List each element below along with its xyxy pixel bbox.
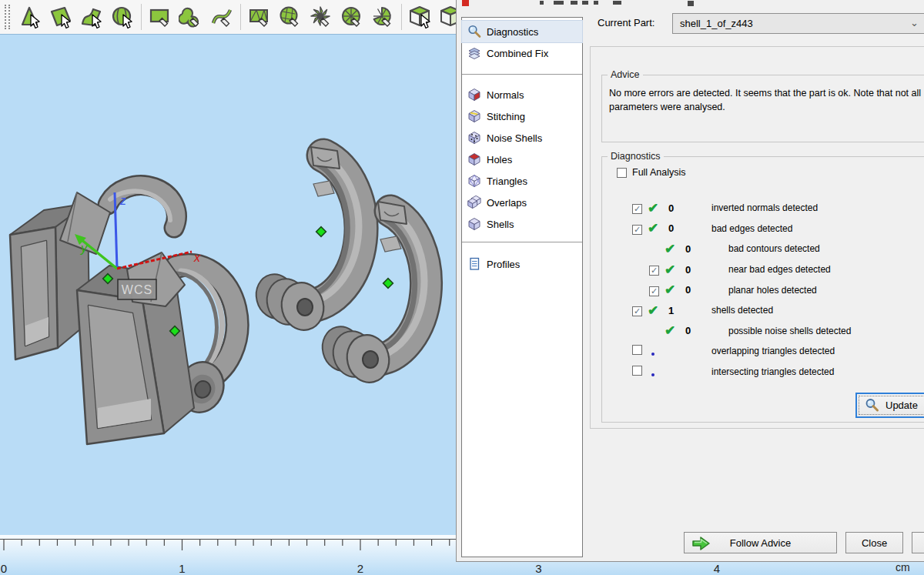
part-marker xyxy=(316,227,326,237)
diagnostic-label: planar holes detected xyxy=(728,285,817,296)
current-part-value: shell_1_of_z443 xyxy=(680,18,753,29)
clipped-button[interactable] xyxy=(912,532,924,553)
mark-window-tool-icon[interactable] xyxy=(145,2,176,32)
fix-page-item-noise-shells[interactable]: Noise Shells xyxy=(462,127,582,149)
advice-group-title: Advice xyxy=(608,69,643,80)
list-separator xyxy=(462,242,582,242)
follow-advice-label: Follow Advice xyxy=(730,537,791,549)
fix-page-item-stitching[interactable]: Stitching xyxy=(462,105,582,127)
fix-pages-list: DiagnosticsCombined FixNormalsStitchingN… xyxy=(461,17,583,557)
full-analysis-label: Full Analysis xyxy=(632,167,685,178)
mark-curve-tool-icon[interactable] xyxy=(206,2,237,32)
x-axis-label: x xyxy=(193,251,201,264)
follow-advice-button[interactable]: Follow Advice xyxy=(684,532,837,553)
ruler-label: 1 xyxy=(179,562,185,575)
magnifier-icon xyxy=(865,398,879,413)
select-surface-tool-icon[interactable] xyxy=(76,2,107,32)
diagnostics-results: ✓✔0inverted normals detected✓✔0bad edges… xyxy=(632,198,924,382)
ruler-label: 4 xyxy=(714,562,720,575)
fix-page-item-triangles[interactable]: Triangles xyxy=(462,170,582,192)
full-analysis-checkbox[interactable] xyxy=(617,168,627,178)
check-icon: ✔ xyxy=(665,242,685,256)
diagnostic-row: intersecting triangles detected xyxy=(632,362,924,383)
fix-page-item-overlaps[interactable]: Overlaps xyxy=(462,192,582,213)
diagnostic-row: ✓✔0inverted normals detected xyxy=(632,198,924,219)
select-triangles-tool-icon[interactable] xyxy=(15,2,45,32)
current-part-dropdown[interactable]: shell_1_of_z443 ⌄ xyxy=(672,13,924,34)
model-part-clip-front[interactable] xyxy=(77,252,237,444)
select-cube-tool-icon[interactable] xyxy=(405,2,436,32)
diagnostic-label: bad contours detected xyxy=(728,243,820,254)
diagnostic-checkbox[interactable]: ✓ xyxy=(632,204,642,214)
bullet-icon xyxy=(648,366,668,379)
diagnostic-checkbox[interactable] xyxy=(632,366,642,376)
select-plane-tool-icon[interactable] xyxy=(45,2,76,32)
mark-freeform-tool-icon[interactable] xyxy=(176,2,206,32)
diagnostic-row: ✓✔1shells detected xyxy=(632,300,924,321)
diagnostic-row: ✓✔0planar holes detected xyxy=(649,279,924,300)
dialog-app-icon-fragment xyxy=(462,0,469,6)
toolbar-grip[interactable] xyxy=(5,5,10,29)
close-button[interactable]: Close xyxy=(845,532,903,553)
current-part-label: Current Part: xyxy=(598,17,654,28)
mark-sphere-tool-icon[interactable] xyxy=(275,2,306,32)
dialog-title-strip-clipped[interactable] xyxy=(457,0,924,7)
diagnostic-checkbox[interactable]: ✓ xyxy=(632,306,642,316)
check-icon: ✔ xyxy=(648,304,668,317)
green-arrow-icon xyxy=(691,535,711,552)
advice-text: No more errors are detected. It seems th… xyxy=(602,75,924,114)
check-icon: ✔ xyxy=(648,222,668,235)
check-icon: ✔ xyxy=(665,324,685,337)
full-analysis-row: Full Analysis xyxy=(617,167,685,178)
diagnostic-row: ✓✔0bad edges detected xyxy=(632,219,924,239)
diagnostic-row: overlapping triangles detected xyxy=(632,341,924,362)
advice-groupbox: Advice No more errors are detected. It s… xyxy=(601,75,924,142)
diagnostic-checkbox[interactable]: ✓ xyxy=(632,225,642,235)
bullet-icon xyxy=(648,345,668,358)
fix-page-item-normals[interactable]: Normals xyxy=(462,84,582,105)
fix-page-item-holes[interactable]: Holes xyxy=(462,149,582,170)
mark-wheel-tool-icon[interactable] xyxy=(336,2,367,32)
diagnostic-label: intersecting triangles detected xyxy=(711,366,834,377)
model-part-crescent-1[interactable] xyxy=(252,147,361,335)
diagnostic-checkbox[interactable] xyxy=(632,345,642,355)
list-separator xyxy=(462,74,582,75)
diagnostic-label: shells detected xyxy=(711,305,773,316)
close-button-label: Close xyxy=(862,537,887,549)
toolbar-separator xyxy=(240,4,241,30)
update-button[interactable]: Update xyxy=(855,393,924,418)
fix-page-item-shells[interactable]: Shells xyxy=(462,213,582,235)
diagnostic-label: bad edges detected xyxy=(711,223,792,234)
fix-page-item-combined-fix[interactable]: Combined Fix xyxy=(462,42,582,64)
part-marker xyxy=(383,279,393,289)
toolbar-separator xyxy=(401,4,402,30)
diagnostic-row: ✔0possible noise shells detected xyxy=(649,321,924,342)
ruler-label: 3 xyxy=(535,562,541,575)
mark-triangles-window-tool-icon[interactable] xyxy=(244,2,275,32)
ruler-label: 2 xyxy=(357,562,363,575)
application-window: z y x WCS 01234cm DiagnosticsCombined F xyxy=(0,0,924,575)
mark-wheel-partial-tool-icon[interactable] xyxy=(367,2,398,32)
wcs-label: WCS xyxy=(122,283,152,296)
z-axis-label: z xyxy=(119,194,126,207)
diagnostic-label: possible noise shells detected xyxy=(728,326,851,336)
diagnostic-label: inverted normals detected xyxy=(711,202,818,213)
mark-pinwheel-tool-icon[interactable] xyxy=(306,2,336,32)
fix-wizard-dialog: DiagnosticsCombined FixNormalsStitchingN… xyxy=(456,0,924,562)
check-icon: ✔ xyxy=(665,283,685,296)
ruler-label: 0 xyxy=(1,562,7,575)
check-icon: ✔ xyxy=(665,263,685,276)
ruler-unit-label: cm xyxy=(896,561,910,573)
toolbar-separator xyxy=(141,4,142,30)
update-button-label: Update xyxy=(886,399,918,411)
diagnostic-row: ✓✔0near bad edges detected xyxy=(649,259,924,280)
diagnostic-row: ✔0bad contours detected xyxy=(649,239,924,259)
diagnostic-checkbox[interactable]: ✓ xyxy=(649,266,659,276)
fix-page-item-profiles[interactable]: Profiles xyxy=(462,253,582,275)
select-shell-tool-icon[interactable] xyxy=(107,2,138,32)
diagnostic-label: overlapping triangles detected xyxy=(711,346,835,356)
diagnostic-label: near bad edges detected xyxy=(728,264,831,275)
diagnostic-checkbox[interactable]: ✓ xyxy=(649,286,659,296)
fix-page-item-diagnostics[interactable]: Diagnostics xyxy=(462,21,582,42)
chevron-down-icon: ⌄ xyxy=(910,17,919,28)
